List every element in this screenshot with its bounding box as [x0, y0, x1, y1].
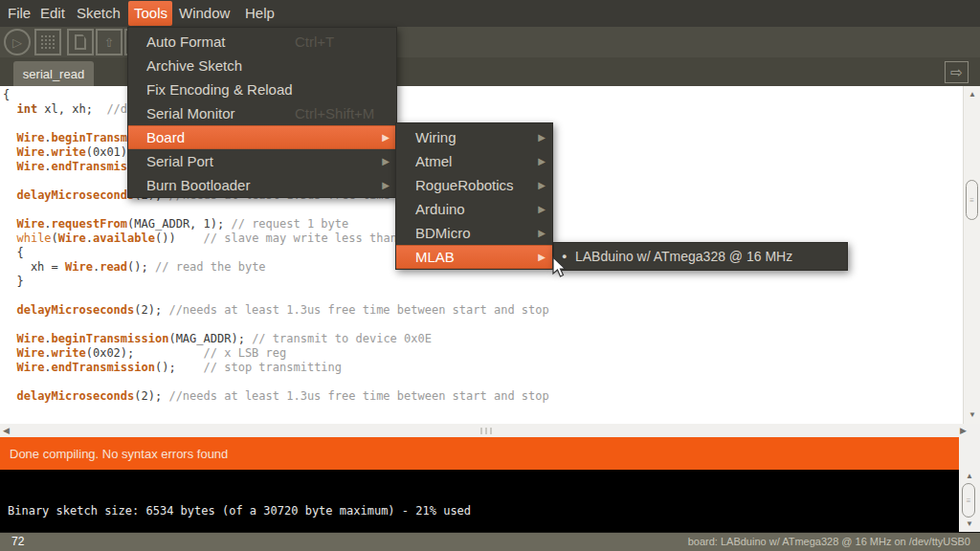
thumb-grip-icon: ≡ [969, 196, 974, 205]
editor-scroll-thumb[interactable]: ≡ [966, 180, 978, 220]
verify-button[interactable]: ▷ [4, 29, 31, 55]
stop-button[interactable] [34, 29, 61, 55]
shortcut-label: Ctrl+T [295, 30, 334, 54]
menu-sketch[interactable]: Sketch [71, 0, 126, 27]
code-line [3, 289, 549, 303]
submenu-arrow-icon: ▶ [538, 221, 546, 245]
menu-item-label: LABduino w/ ATmega328 @ 16 MHz [575, 249, 792, 264]
verify-icon: ▷ [12, 35, 22, 50]
code-line [3, 375, 549, 389]
console-scroll-up-icon[interactable]: ▲ [959, 470, 980, 483]
menu-item-label: Burn Bootloader [146, 177, 250, 193]
menu-item-roguerobotics[interactable]: RogueRobotics ▶ [396, 173, 552, 197]
code-line: delayMicroseconds(2); //needs at least 1… [3, 303, 549, 318]
mouse-cursor-icon [552, 256, 568, 277]
menu-item-label: RogueRobotics [415, 177, 514, 193]
new-sketch-button[interactable] [67, 29, 94, 55]
scroll-right-icon[interactable]: ▶ [960, 426, 967, 435]
code-line [3, 318, 549, 332]
open-sketch-button[interactable]: ⇧ [96, 29, 122, 55]
menu-item-label: Serial Monitor [146, 105, 235, 121]
open-sketch-icon: ⇧ [104, 35, 115, 50]
arduino-ide-window: File Edit Sketch Tools Window Help ▷ ⇧ ⇩… [0, 0, 980, 551]
code-line: Wire.beginTransmission(MAG_ADDR); // tra… [3, 332, 549, 346]
compile-status-bar: Done compiling. No syntax errors found [0, 437, 959, 470]
console-scroll-down-icon[interactable]: ▼ [959, 518, 980, 531]
splitter-grip[interactable] [480, 428, 492, 434]
menu-item-label: Arduino [415, 201, 465, 217]
menu-bar: File Edit Sketch Tools Window Help [0, 0, 980, 27]
submenu-arrow-icon: ▶ [538, 173, 546, 197]
submenu-arrow-icon: ▶ [538, 125, 546, 149]
menu-item-labduino[interactable]: ● LABduino w/ ATmega328 @ 16 MHz [554, 243, 847, 270]
editor-horizontal-scrollbar[interactable]: ◀ ▶ [0, 424, 980, 437]
submenu-arrow-icon: ▶ [538, 149, 546, 173]
menu-item-label: Atmel [415, 153, 452, 169]
scroll-up-icon[interactable]: ▲ [964, 88, 980, 101]
menu-item-mlab[interactable]: MLAB ▶ [396, 245, 552, 269]
console-scrollbar[interactable]: ▲ ≡ ▼ [959, 437, 980, 532]
menu-item-arduino[interactable]: Arduino ▶ [396, 197, 552, 221]
menu-item-label: Board [146, 129, 185, 145]
scroll-left-icon[interactable]: ◀ [3, 426, 10, 435]
menu-item-archive-sketch[interactable]: Archive Sketch [128, 54, 396, 77]
menu-item-auto-format[interactable]: Auto Format Ctrl+T [128, 30, 396, 54]
submenu-arrow-icon: ▶ [538, 246, 546, 268]
console-output[interactable]: Binary sketch size: 6534 bytes (of a 307… [0, 470, 959, 532]
menu-item-label: BDMicro [415, 225, 471, 241]
tab-serial-read[interactable]: serial_read [13, 61, 94, 86]
submenu-arrow-icon: ▶ [382, 149, 390, 173]
line-number: 72 [11, 535, 24, 548]
code-line: } [3, 275, 549, 289]
menu-file[interactable]: File [2, 0, 36, 27]
submenu-arrow-icon: ▶ [538, 197, 546, 221]
code-line: Wire.write(0x02); // x LSB reg [3, 346, 549, 361]
right-arrow-icon: ⇨ [950, 64, 963, 81]
board-submenu: Wiring ▶ Atmel ▶ RogueRobotics ▶ Arduino… [395, 122, 553, 270]
submenu-arrow-icon: ▶ [382, 126, 390, 148]
thumb-grip-icon: ≡ [967, 496, 971, 505]
menu-item-atmel[interactable]: Atmel ▶ [396, 149, 552, 173]
console-message: Binary sketch size: 6534 bytes (of a 307… [8, 504, 471, 518]
menu-help[interactable]: Help [239, 0, 280, 27]
code-line: delayMicroseconds(2); //needs at least 1… [3, 389, 549, 404]
menu-item-label: Fix Encoding & Reload [146, 81, 293, 98]
menu-item-label: MLAB [415, 249, 455, 265]
menu-edit[interactable]: Edit [34, 0, 71, 27]
status-message: Done compiling. No syntax errors found [10, 447, 228, 461]
menu-item-serial-monitor[interactable]: Serial Monitor Ctrl+Shift+M [128, 101, 396, 125]
shortcut-label: Ctrl+Shift+M [295, 101, 374, 125]
tools-menu: Auto Format Ctrl+T Archive Sketch Fix En… [127, 27, 397, 198]
board-info: board: LABduino w/ ATmega328 @ 16 MHz on… [688, 536, 970, 547]
stop-icon [40, 34, 56, 50]
menu-tools[interactable]: Tools [128, 1, 172, 26]
code-line: Wire.endTransmission(); // stop transmit… [3, 361, 549, 375]
menu-item-wiring[interactable]: Wiring ▶ [396, 125, 552, 149]
menu-item-label: Wiring [415, 129, 457, 145]
mlab-submenu: ● LABduino w/ ATmega328 @ 16 MHz [553, 242, 848, 271]
scroll-down-icon[interactable]: ▼ [964, 408, 980, 422]
menu-item-fix-encoding[interactable]: Fix Encoding & Reload [128, 77, 396, 101]
menu-item-serial-port[interactable]: Serial Port ▶ [128, 149, 396, 173]
menu-item-label: Archive Sketch [146, 57, 242, 74]
menu-item-label: Serial Port [146, 153, 213, 169]
submenu-arrow-icon: ▶ [382, 173, 390, 197]
menu-window[interactable]: Window [173, 0, 235, 27]
menu-item-board[interactable]: Board ▶ [128, 125, 396, 149]
menu-item-burn-bootloader[interactable]: Burn Bootloader ▶ [128, 173, 396, 197]
menu-item-label: Auto Format [146, 33, 226, 50]
editor-vertical-scrollbar[interactable]: ▲ ≡ ▼ [963, 86, 980, 424]
serial-monitor-button[interactable]: ⇨ [945, 61, 969, 83]
menu-item-bdmicro[interactable]: BDMicro ▶ [396, 221, 552, 245]
console-scroll-thumb[interactable]: ≡ [962, 483, 975, 518]
footer-status-bar: 72 board: LABduino w/ ATmega328 @ 16 MHz… [0, 532, 980, 551]
new-sketch-icon [75, 34, 86, 50]
